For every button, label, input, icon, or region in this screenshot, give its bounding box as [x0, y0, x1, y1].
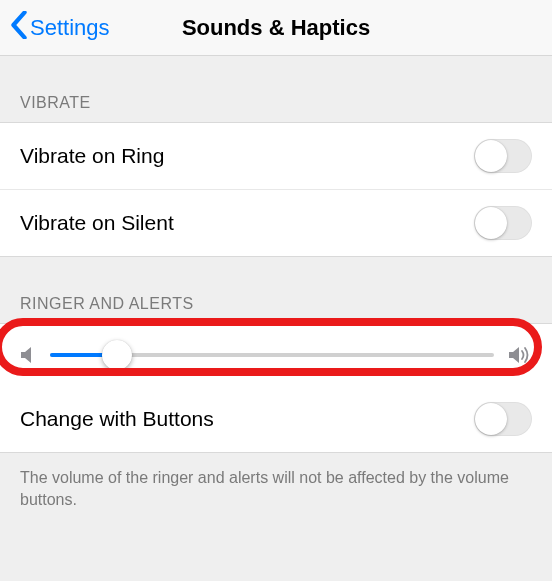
- vibrate-on-silent-switch[interactable]: [474, 206, 532, 240]
- switch-knob: [475, 403, 507, 435]
- speaker-low-icon: [20, 346, 36, 364]
- vibrate-on-ring-row[interactable]: Vibrate on Ring: [0, 123, 552, 189]
- switch-knob: [475, 140, 507, 172]
- change-with-buttons-label: Change with Buttons: [20, 407, 214, 431]
- vibrate-group: Vibrate on Ring Vibrate on Silent: [0, 122, 552, 257]
- scrollbar[interactable]: [546, 56, 552, 581]
- volume-slider-row: [0, 324, 552, 386]
- vibrate-section-label: Vibrate: [0, 56, 552, 122]
- vibrate-on-silent-row[interactable]: Vibrate on Silent: [0, 189, 552, 256]
- speaker-high-icon: [508, 346, 532, 364]
- change-with-buttons-switch[interactable]: [474, 402, 532, 436]
- chevron-left-icon: [10, 11, 28, 45]
- volume-slider[interactable]: [50, 353, 494, 357]
- ringer-group: Change with Buttons: [0, 323, 552, 453]
- back-label: Settings: [30, 15, 110, 41]
- volume-slider-thumb[interactable]: [102, 340, 132, 370]
- back-button[interactable]: Settings: [0, 11, 110, 45]
- content-scroll[interactable]: Vibrate Vibrate on Ring Vibrate on Silen…: [0, 56, 552, 581]
- ringer-footer-text: The volume of the ringer and alerts will…: [0, 453, 552, 530]
- vibrate-on-silent-label: Vibrate on Silent: [20, 211, 174, 235]
- vibrate-on-ring-label: Vibrate on Ring: [20, 144, 164, 168]
- change-with-buttons-row[interactable]: Change with Buttons: [0, 386, 552, 452]
- nav-bar: Settings Sounds & Haptics: [0, 0, 552, 56]
- switch-knob: [475, 207, 507, 239]
- ringer-section-label: Ringer and Alerts: [0, 257, 552, 323]
- vibrate-on-ring-switch[interactable]: [474, 139, 532, 173]
